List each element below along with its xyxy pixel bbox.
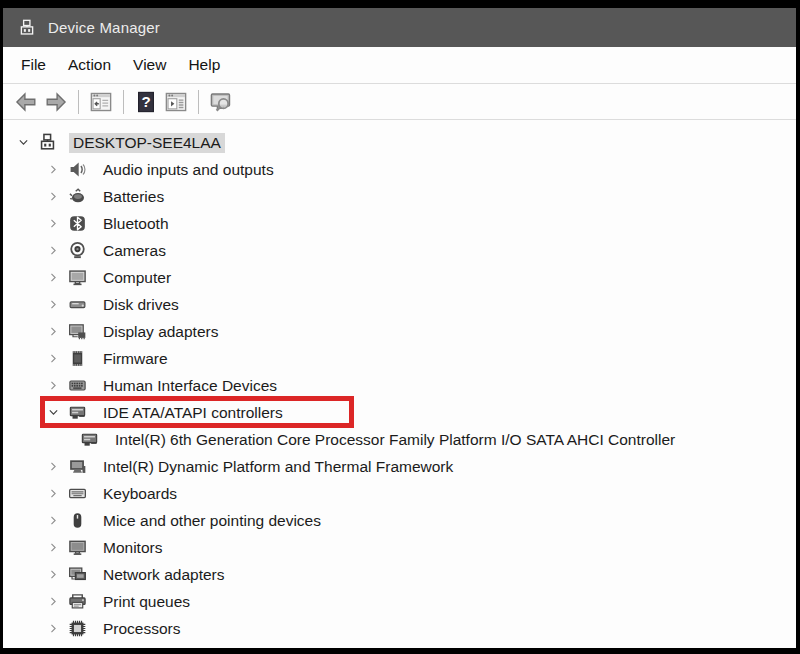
disk-drive-icon: [67, 295, 87, 315]
bluetooth-icon: [67, 214, 87, 234]
scan-hardware-icon: [210, 91, 232, 113]
forward-button[interactable]: [42, 88, 70, 116]
chevron-right-icon[interactable]: [45, 378, 61, 394]
help-icon: ?: [135, 91, 157, 113]
tree-item-print-queues[interactable]: Print queues: [3, 588, 796, 615]
display-adapter-icon: [67, 322, 87, 342]
help-button[interactable]: ?: [132, 88, 160, 116]
window-title: Device Manager: [48, 19, 160, 36]
tree-item-label: Keyboards: [99, 484, 181, 504]
tree-item-processors[interactable]: Processors: [3, 615, 796, 642]
tree-item-disk-drives[interactable]: Disk drives: [3, 291, 796, 318]
tree-item-human-interface-devices[interactable]: Human Interface Devices: [3, 372, 796, 399]
chevron-right-icon[interactable]: [45, 324, 61, 340]
tree-item-label: Bluetooth: [99, 214, 173, 234]
chevron-right-icon[interactable]: [45, 351, 61, 367]
tree-item-label: IDE ATA/ATAPI controllers: [99, 403, 287, 423]
tree-item-label: Network adapters: [99, 565, 228, 585]
forward-arrow-icon: [45, 91, 67, 113]
title-bar: Device Manager: [3, 8, 796, 47]
action-pane-icon: [165, 91, 187, 113]
tree-item-display-adapters[interactable]: Display adapters: [3, 318, 796, 345]
menu-bar: FileActionViewHelp: [3, 47, 796, 84]
toolbar-separator: [78, 90, 79, 114]
show-console-tree-button[interactable]: [87, 88, 115, 116]
mouse-icon: [67, 511, 87, 531]
chevron-right-icon[interactable]: [45, 162, 61, 178]
firmware-icon: [67, 349, 87, 369]
chevron-right-icon[interactable]: [45, 189, 61, 205]
tree-item-mice-and-other-pointing-devices[interactable]: Mice and other pointing devices: [3, 507, 796, 534]
toolbar-separator: [123, 90, 124, 114]
computer-device-icon: [37, 133, 57, 153]
camera-icon: [67, 241, 87, 261]
tree-item-desktop-see4laa[interactable]: DESKTOP-SEE4LAA: [3, 129, 796, 156]
chevron-right-icon[interactable]: [45, 567, 61, 583]
chevron-right-icon[interactable]: [45, 540, 61, 556]
hid-icon: [67, 376, 87, 396]
tree-item-label: Mice and other pointing devices: [99, 511, 325, 531]
tree-item-label: Print queues: [99, 592, 194, 612]
tree-item-intel-r-6th-generation-core-processor-family-platform-i-o-sata-ahci-controller[interactable]: Intel(R) 6th Generation Core Processor F…: [3, 426, 796, 453]
tree-item-intel-r-dynamic-platform-and-thermal-framework[interactable]: Intel(R) Dynamic Platform and Thermal Fr…: [3, 453, 796, 480]
tree-item-label: Human Interface Devices: [99, 376, 281, 396]
tree-item-label: Intel(R) 6th Generation Core Processor F…: [111, 430, 679, 450]
tree-item-security-devices[interactable]: Security devices: [3, 642, 796, 648]
security-icon: [67, 646, 87, 649]
toolbar-separator: [198, 90, 199, 114]
tree-item-bluetooth[interactable]: Bluetooth: [3, 210, 796, 237]
tree-item-network-adapters[interactable]: Network adapters: [3, 561, 796, 588]
printer-icon: [67, 592, 87, 612]
ide-controller-icon: [79, 430, 99, 450]
show-action-pane-button[interactable]: [162, 88, 190, 116]
tree-item-batteries[interactable]: Batteries: [3, 183, 796, 210]
chevron-right-icon[interactable]: [45, 243, 61, 259]
network-adapter-icon: [67, 565, 87, 585]
tree-item-label: Monitors: [99, 538, 166, 558]
svg-text:?: ?: [142, 93, 151, 110]
tree-item-firmware[interactable]: Firmware: [3, 345, 796, 372]
tree-item-label: Audio inputs and outputs: [99, 160, 278, 180]
menu-file[interactable]: File: [10, 51, 57, 79]
menu-view[interactable]: View: [122, 51, 177, 79]
speaker-icon: [67, 160, 87, 180]
chevron-down-icon[interactable]: [45, 405, 61, 421]
chevron-down-icon[interactable]: [15, 135, 31, 151]
device-manager-icon: [18, 19, 36, 37]
tree-item-label: Disk drives: [99, 295, 183, 315]
monitor-icon: [67, 538, 87, 558]
back-arrow-icon: [15, 91, 37, 113]
chevron-right-icon[interactable]: [45, 648, 61, 649]
back-button[interactable]: [12, 88, 40, 116]
tree-item-monitors[interactable]: Monitors: [3, 534, 796, 561]
console-tree-icon: [90, 91, 112, 113]
chevron-right-icon[interactable]: [45, 270, 61, 286]
chevron-right-icon[interactable]: [45, 486, 61, 502]
device-tree: DESKTOP-SEE4LAAAudio inputs and outputsB…: [3, 120, 796, 648]
processor-icon: [67, 619, 87, 639]
chevron-right-icon[interactable]: [45, 216, 61, 232]
tree-item-label: DESKTOP-SEE4LAA: [69, 133, 225, 153]
keyboard-icon: [67, 484, 87, 504]
tree-item-audio-inputs-and-outputs[interactable]: Audio inputs and outputs: [3, 156, 796, 183]
tree-item-label: Computer: [99, 268, 175, 288]
ide-controller-icon: [67, 403, 87, 423]
menu-action[interactable]: Action: [57, 51, 122, 79]
menu-help[interactable]: Help: [177, 51, 231, 79]
tree-item-label: Firmware: [99, 349, 172, 369]
tree-item-cameras[interactable]: Cameras: [3, 237, 796, 264]
chevron-right-icon[interactable]: [45, 513, 61, 529]
chevron-right-icon[interactable]: [45, 621, 61, 637]
chevron-right-icon[interactable]: [45, 594, 61, 610]
device-manager-window: Device Manager FileActionViewHelp ? DESK…: [3, 8, 796, 648]
tree-item-label: Processors: [99, 619, 185, 639]
tree-item-keyboards[interactable]: Keyboards: [3, 480, 796, 507]
chevron-right-icon[interactable]: [45, 459, 61, 475]
tree-item-ide-ata-atapi-controllers[interactable]: IDE ATA/ATAPI controllers: [3, 399, 796, 426]
tree-item-label: Display adapters: [99, 322, 222, 342]
chevron-right-icon[interactable]: [45, 297, 61, 313]
tree-item-computer[interactable]: Computer: [3, 264, 796, 291]
scan-hardware-changes-button[interactable]: [207, 88, 235, 116]
screenshot-frame: Device Manager FileActionViewHelp ? DESK…: [0, 0, 800, 654]
tree-item-label: Batteries: [99, 187, 168, 207]
